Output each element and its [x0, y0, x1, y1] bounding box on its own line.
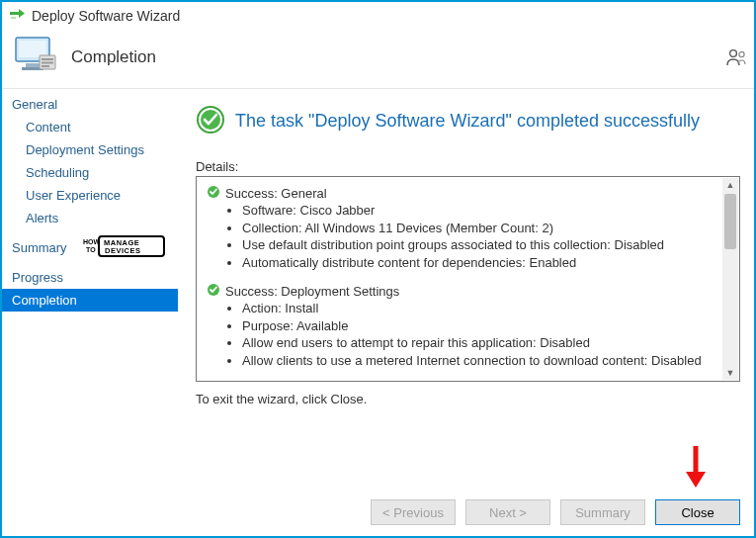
svg-rect-7 [42, 58, 53, 60]
scroll-thumb[interactable] [724, 194, 736, 249]
detail-item: Collection: All Windows 11 Devices (Memb… [242, 220, 717, 237]
svg-rect-9 [42, 65, 49, 67]
next-button: Next > [465, 499, 550, 525]
sidebar: General Content Deployment Settings Sche… [2, 89, 178, 489]
page-heading: Completion [71, 47, 156, 67]
svg-marker-0 [10, 9, 25, 18]
detail-item: Use default distribution point groups as… [242, 236, 717, 254]
close-button[interactable]: Close [655, 499, 740, 525]
exit-instruction: To exit the wizard, click Close. [196, 392, 740, 406]
details-scrollbar[interactable]: ▲ ▼ [722, 178, 738, 380]
sidebar-item-progress[interactable]: Progress [2, 266, 178, 289]
check-icon [207, 381, 220, 382]
wizard-arrow-icon [10, 8, 26, 25]
scroll-down-icon[interactable]: ▼ [725, 368, 735, 378]
svg-marker-1 [11, 17, 16, 19]
sidebar-item-general[interactable]: General [2, 93, 178, 116]
details-box: Success: General Software: Cisco Jabber … [196, 176, 740, 382]
summary-button: Summary [560, 499, 645, 525]
watermark-badge: HOW TO MANAGE DEVICES [81, 235, 166, 260]
details-group-deployment: Success: Deployment Settings Action: Ins… [207, 283, 717, 369]
detail-item: Purpose: Available [242, 317, 717, 335]
svg-text:HOW: HOW [83, 238, 101, 245]
sidebar-item-deployment-settings[interactable]: Deployment Settings [2, 138, 178, 161]
main-panel: The task "Deploy Software Wizard" comple… [178, 89, 754, 489]
detail-item: Action: Install [242, 300, 717, 317]
svg-rect-8 [42, 62, 53, 64]
svg-point-10 [730, 50, 737, 57]
sidebar-item-summary[interactable]: Summary HOW TO MANAGE DEVICES [2, 229, 178, 266]
sidebar-item-user-experience[interactable]: User Experience [2, 184, 178, 207]
check-icon [207, 185, 220, 202]
svg-rect-4 [26, 63, 40, 67]
svg-text:DEVICES: DEVICES [105, 246, 140, 255]
detail-item: Allow clients to use a metered Internet … [242, 352, 717, 370]
svg-text:TO: TO [86, 246, 96, 253]
group-title: Success: General [225, 186, 327, 201]
success-check-icon [196, 105, 225, 137]
details-group-general: Success: General Software: Cisco Jabber … [207, 185, 717, 271]
sidebar-item-summary-label: Summary [12, 240, 67, 255]
svg-point-11 [739, 51, 744, 56]
status-text: The task "Deploy Software Wizard" comple… [235, 111, 700, 132]
check-icon [207, 283, 220, 300]
header: Completion [2, 30, 754, 90]
details-label: Details: [196, 159, 740, 174]
sidebar-item-alerts[interactable]: Alerts [2, 207, 178, 229]
sidebar-item-scheduling[interactable]: Scheduling [2, 161, 178, 184]
previous-button: < Previous [371, 499, 456, 525]
group-title: Success: Deployment Settings [225, 284, 399, 299]
svg-rect-3 [19, 41, 46, 57]
sidebar-item-completion[interactable]: Completion [2, 289, 178, 312]
detail-item: Allow end users to attempt to repair thi… [242, 334, 717, 352]
sidebar-item-content[interactable]: Content [2, 116, 178, 138]
monitor-icon [14, 36, 57, 78]
scroll-up-icon[interactable]: ▲ [725, 180, 735, 190]
detail-item: Automatically distribute content for dep… [242, 254, 717, 272]
footer: < Previous Next > Summary Close [2, 494, 754, 536]
people-icon [726, 47, 748, 70]
window-title: Deploy Software Wizard [32, 8, 180, 24]
titlebar: Deploy Software Wizard [2, 2, 754, 30]
details-group-application: Success: Application Settings (retrieved… [207, 381, 717, 382]
detail-item: Software: Cisco Jabber [242, 202, 717, 220]
